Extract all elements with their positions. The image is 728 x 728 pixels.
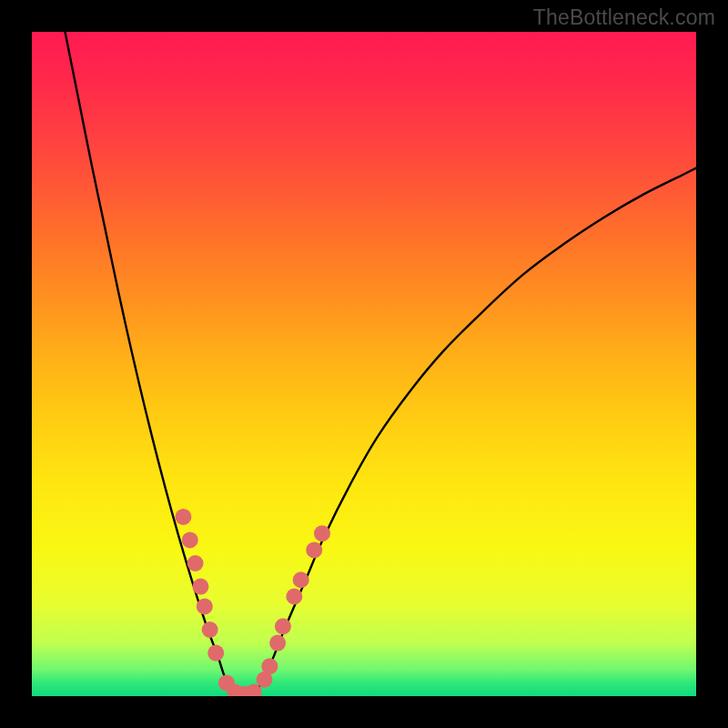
marker-group (175, 509, 330, 696)
marker-point (197, 598, 213, 614)
marker-point (207, 645, 224, 662)
marker-point (202, 622, 218, 638)
chart-overlay (32, 32, 696, 696)
marker-point (306, 541, 322, 558)
chart-frame: TheBottleneck.com (0, 0, 728, 728)
curve-right (258, 168, 696, 690)
marker-point (314, 525, 330, 541)
marker-point (261, 658, 278, 674)
marker-point (293, 571, 309, 588)
marker-point (187, 555, 204, 571)
marker-point (192, 579, 208, 595)
marker-point (286, 589, 302, 605)
marker-point (269, 635, 286, 652)
watermark-text: TheBottleneck.com (533, 5, 715, 30)
marker-point (182, 531, 198, 548)
marker-point (175, 509, 191, 525)
marker-point (275, 618, 291, 634)
